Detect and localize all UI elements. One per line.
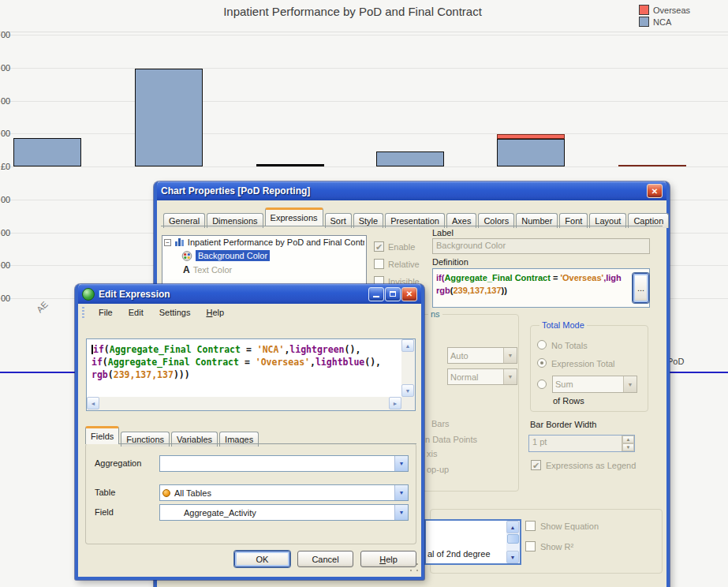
bar-nca-segment[interactable] (135, 69, 203, 166)
help-rest: elp (386, 555, 398, 564)
line-style-combo[interactable]: Auto ▼ (447, 347, 517, 364)
spin-down-icon[interactable]: ▼ (622, 443, 634, 451)
all-tables-icon (162, 489, 170, 497)
bar-zero[interactable] (256, 164, 324, 166)
y-axis-label-fragment: 00 (1, 30, 10, 39)
sum-radio[interactable] (537, 379, 547, 389)
scroll-left-icon[interactable]: ◄ (87, 397, 99, 409)
y-axis-label-fragment: 00 (1, 129, 10, 138)
tree-collapse-icon[interactable]: − (164, 239, 171, 246)
chevron-down-icon[interactable]: ▼ (394, 456, 408, 471)
menu-settings[interactable]: Settings (155, 306, 196, 319)
y-axis-label-fragment: 00 (1, 260, 10, 270)
chevron-down-icon[interactable]: ▼ (503, 348, 517, 363)
expressions-as-legend-checkbox[interactable]: ✔ (531, 460, 541, 470)
show-equation-label: Show Equation (540, 522, 599, 531)
listbox-scrollbar[interactable]: ▲ ▼ (506, 521, 520, 563)
tab-images[interactable]: Images (219, 432, 259, 447)
edit-expression-tabstrip: Fields Functions Variables Images (85, 426, 259, 444)
gridline (0, 133, 728, 134)
window-title: Edit Expression (99, 289, 170, 300)
expression-segment: = (551, 273, 561, 282)
y-axis-label-fragment: 00 (1, 294, 10, 303)
expression-segment: = (239, 357, 256, 368)
ok-button[interactable]: OK (234, 551, 290, 567)
expression-line: rgb(239,137,137))) (91, 368, 399, 381)
check-icon: ✔ (375, 243, 383, 251)
chevron-down-icon[interactable]: ▼ (503, 369, 517, 384)
bar-overseas-segment[interactable] (618, 165, 686, 166)
expression-editor[interactable]: if(Aggregate_Final Contract = 'NCA',ligh… (86, 338, 416, 411)
horizontal-scrollbar[interactable]: ◄ ► (87, 397, 401, 410)
no-totals-radio[interactable] (537, 340, 547, 350)
vertical-scrollbar[interactable]: ▲ ▼ (401, 339, 415, 397)
enable-label: Enable (388, 242, 415, 252)
chevron-down-icon[interactable]: ▼ (394, 485, 408, 500)
tab-expressions[interactable]: Expressions (265, 208, 323, 226)
close-icon[interactable]: ✕ (647, 184, 663, 198)
cancel-button[interactable]: Cancel (297, 551, 353, 567)
menu-grip-icon[interactable] (82, 307, 84, 318)
tree-root-row[interactable]: − Inpatient Performance by PoD and Final… (162, 236, 366, 249)
spinner-value: 1 pt (529, 436, 622, 451)
bar-overseas-segment[interactable] (497, 134, 565, 139)
definition-input[interactable]: if(Aggregate_Final Contract = 'Overseas'… (432, 268, 650, 308)
scroll-up-icon[interactable]: ▲ (506, 521, 519, 533)
tab-fields[interactable]: Fields (85, 426, 119, 444)
expression-segment: Aggregate_Final Contract (108, 357, 239, 368)
definition-more-button[interactable]: ... (633, 273, 649, 303)
chevron-down-icon[interactable]: ▼ (394, 505, 408, 520)
expression-segment: ))) (174, 369, 190, 380)
maximize-icon[interactable] (385, 287, 401, 301)
chevron-down-icon[interactable]: ▼ (623, 376, 637, 392)
close-icon[interactable]: ✕ (401, 287, 417, 301)
minimize-icon[interactable] (368, 287, 384, 301)
table-combo[interactable]: All Tables ▼ (159, 484, 409, 501)
expression-segment: , (310, 357, 315, 368)
expression-total-radio[interactable] (537, 358, 547, 368)
screen: Inpatient Performance by PoD and Final C… (0, 0, 728, 587)
scroll-up-icon[interactable]: ▲ (401, 339, 414, 352)
line-width-combo[interactable]: Normal ▼ (447, 368, 517, 385)
menu-help[interactable]: Help (201, 306, 229, 319)
tab-variables[interactable]: Variables (171, 432, 218, 447)
aggregation-combo[interactable]: ▼ (159, 455, 409, 472)
list-item-clipped[interactable]: al of 3rd degree (427, 562, 488, 565)
tree-item-text-color[interactable]: A Text Color (162, 263, 366, 277)
chart-properties-tabstrip: General Dimensions Expressions Sort Styl… (163, 208, 669, 226)
expression-segment: rgb (91, 369, 108, 380)
legend-swatch-nca (639, 17, 649, 27)
y-axis-label-fragment: £0 (1, 162, 10, 171)
scroll-down-icon[interactable]: ▼ (506, 551, 519, 563)
expression-segment: Aggregate_Final Contract (110, 344, 241, 355)
scrollbar-thumb[interactable] (507, 534, 519, 544)
spin-up-icon[interactable]: ▲ (622, 436, 634, 443)
resize-grip[interactable] (409, 562, 420, 573)
show-r2-checkbox[interactable] (525, 541, 536, 551)
relative-checkbox[interactable] (374, 259, 384, 269)
y-axis-label-fragment: 00 (1, 195, 10, 204)
chart-properties-titlebar[interactable]: Chart Properties [PoD Reporting] ✕ (157, 181, 666, 200)
tree-item-background-color[interactable]: Background Color (162, 249, 366, 263)
legend-label: NCA (653, 17, 671, 27)
field-combo[interactable]: Aggregate_Activity ▼ (159, 504, 409, 521)
menu-edit[interactable]: Edit (124, 306, 148, 319)
bar-border-width-spinner[interactable]: 1 pt ▲▼ (528, 435, 635, 452)
show-equation-checkbox[interactable] (525, 521, 536, 531)
label-input[interactable]: Background Color (432, 238, 650, 254)
list-item[interactable]: al of 2nd degree (427, 549, 491, 559)
bar-nca-segment[interactable] (497, 139, 565, 166)
tab-functions[interactable]: Functions (121, 432, 170, 447)
enable-checkbox[interactable]: ✔ (374, 241, 384, 252)
edit-expression-titlebar[interactable]: Edit Expression ✕ (78, 284, 421, 304)
sum-combo[interactable]: Sum ▼ (552, 376, 637, 393)
trendline-listbox[interactable]: al of 2nd degree al of 3rd degree ▲ ▼ (424, 519, 521, 565)
bar-nca-segment[interactable] (13, 138, 81, 166)
y-axis-label-fragment: 00 (1, 96, 10, 106)
bar-nca-segment[interactable] (376, 151, 444, 166)
menu-file[interactable]: File (94, 306, 118, 319)
scroll-right-icon[interactable]: ► (389, 397, 401, 409)
scroll-down-icon[interactable]: ▼ (401, 384, 414, 397)
no-totals-label: No Totals (551, 341, 588, 350)
tabstrip-rule (85, 443, 416, 444)
